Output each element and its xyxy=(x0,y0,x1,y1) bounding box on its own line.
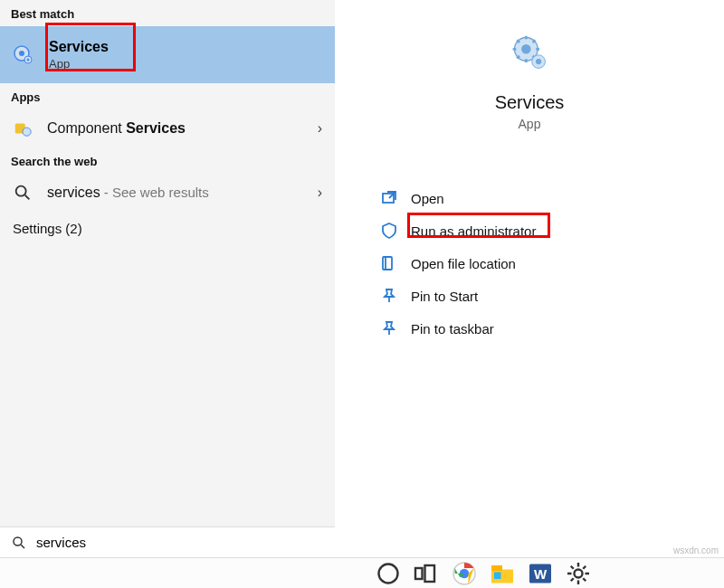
services-gear-icon xyxy=(510,33,549,72)
apps-header: Apps xyxy=(0,83,335,109)
chrome-icon[interactable] xyxy=(451,558,478,589)
svg-point-1 xyxy=(19,51,24,56)
action-pin-to-taskbar[interactable]: Pin to taskbar xyxy=(380,312,724,345)
svg-point-6 xyxy=(16,186,26,196)
task-view-icon[interactable] xyxy=(413,558,440,589)
settings-results-link[interactable]: Settings (2) xyxy=(0,212,335,245)
web-result[interactable]: services - See web results › xyxy=(0,174,335,212)
svg-point-3 xyxy=(27,58,30,61)
svg-rect-15 xyxy=(383,257,392,270)
search-input[interactable] xyxy=(36,535,324,550)
svg-line-7 xyxy=(25,195,30,200)
search-icon xyxy=(13,183,33,203)
search-input-bar[interactable] xyxy=(0,526,335,557)
component-services-icon xyxy=(13,119,33,138)
svg-line-9 xyxy=(21,545,24,548)
cortana-icon[interactable] xyxy=(375,558,402,589)
action-open-file-location[interactable]: Open file location xyxy=(380,247,724,280)
details-hero: Services App xyxy=(335,0,724,131)
watermark-text: wsxdn.com xyxy=(673,545,719,555)
action-pin-to-start[interactable]: Pin to Start xyxy=(380,280,724,312)
svg-rect-18 xyxy=(425,565,435,582)
svg-rect-17 xyxy=(415,568,423,579)
action-list: Open Run as administrator Open file loca… xyxy=(335,182,724,345)
file-explorer-icon[interactable] xyxy=(489,558,516,589)
details-panel: Services App Open Run as administrator O… xyxy=(335,0,724,557)
search-icon xyxy=(11,535,27,551)
best-match-subtitle: App xyxy=(49,57,109,71)
search-web-header: Search the web xyxy=(0,147,335,174)
taskbar: W xyxy=(0,557,724,588)
action-open[interactable]: Open xyxy=(380,182,724,214)
svg-rect-22 xyxy=(491,565,502,571)
details-subtitle: App xyxy=(335,117,724,131)
pin-icon xyxy=(380,319,398,337)
svg-point-5 xyxy=(23,128,31,136)
folder-icon xyxy=(380,254,398,272)
settings-gear-icon[interactable] xyxy=(565,558,592,589)
svg-text:W: W xyxy=(534,566,548,582)
svg-point-26 xyxy=(575,569,583,577)
services-gear-icon xyxy=(13,44,34,66)
svg-point-11 xyxy=(522,45,530,53)
best-match-title: Services xyxy=(49,39,109,55)
action-label: Pin to Start xyxy=(411,289,478,304)
action-run-as-administrator[interactable]: Run as administrator xyxy=(380,214,724,247)
word-icon[interactable]: W xyxy=(527,558,554,589)
apps-result-component-services[interactable]: Component Services › xyxy=(0,109,335,147)
chevron-right-icon: › xyxy=(318,120,322,137)
best-match-header: Best match xyxy=(0,0,335,26)
pin-icon xyxy=(380,287,398,305)
shield-icon xyxy=(380,222,398,240)
search-results-panel: Best match Services App Apps Component S… xyxy=(0,0,335,557)
best-match-result[interactable]: Services App xyxy=(0,26,335,83)
action-label: Run as administrator xyxy=(411,223,536,239)
svg-point-16 xyxy=(379,564,398,583)
action-label: Open file location xyxy=(411,256,516,271)
svg-rect-23 xyxy=(494,572,501,579)
action-label: Pin to taskbar xyxy=(411,321,494,337)
svg-point-8 xyxy=(14,537,22,545)
open-icon xyxy=(380,189,398,207)
svg-point-13 xyxy=(536,59,541,63)
apps-result-label: Component Services xyxy=(47,120,318,137)
chevron-right-icon: › xyxy=(318,185,322,201)
details-title: Services xyxy=(335,92,724,113)
action-label: Open xyxy=(411,191,444,206)
web-result-label: services - See web results xyxy=(47,185,318,201)
